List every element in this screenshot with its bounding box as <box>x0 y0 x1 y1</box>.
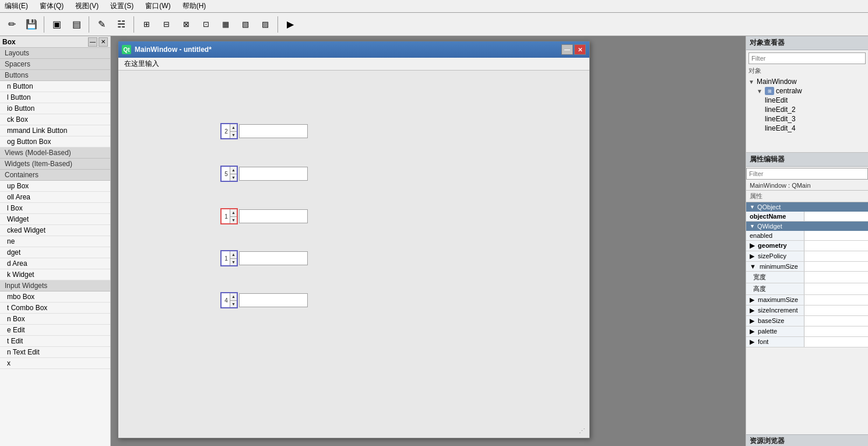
menu-item-form[interactable]: 窗体(Q) <box>37 0 66 12</box>
prop-expand-maximumsize[interactable]: ▶ <box>750 296 754 303</box>
spinbox-4-down[interactable]: ▼ <box>230 259 237 266</box>
tree-item-centralw[interactable]: ▼ ⊞ centralw <box>748 86 866 96</box>
prop-expand-minimumsize[interactable]: ▼ <box>750 263 756 270</box>
category-input-widgets[interactable]: Input Widgets <box>0 280 110 292</box>
widget-button-2[interactable]: ▤ <box>67 15 86 34</box>
spinbox-2-down[interactable]: ▼ <box>230 174 237 181</box>
spinbox-5-down[interactable]: ▼ <box>230 301 237 308</box>
prop-value-minimumsize[interactable] <box>804 262 868 271</box>
prop-value-font[interactable] <box>804 337 868 347</box>
lineedit-5[interactable] <box>239 293 308 307</box>
widget-item-line-edit-n[interactable]: n Box <box>0 314 110 325</box>
prop-value-enabled[interactable] <box>804 231 868 240</box>
window-minimize-button[interactable]: — <box>561 44 573 55</box>
category-buttons[interactable]: Buttons <box>0 70 110 81</box>
widget-item-command-link[interactable]: mmand Link Button <box>0 125 110 136</box>
spinbox-1[interactable]: 2 ▲ ▼ <box>220 123 238 139</box>
widget-item-stacked-widget[interactable]: cked Widget <box>0 225 110 236</box>
widget-item-text-edit[interactable]: t Edit <box>0 336 110 347</box>
prop-value-width[interactable] <box>804 272 868 283</box>
widget-item-dialog-button[interactable]: og Button Box <box>0 136 110 148</box>
prop-value-sizepolicy[interactable] <box>804 251 868 261</box>
prop-group-qobject[interactable]: ▼ QObject <box>746 202 868 212</box>
widget-item-line-edit[interactable]: e Edit <box>0 325 110 336</box>
spinbox-5-up[interactable]: ▲ <box>230 293 237 301</box>
prop-value-basesize[interactable] <box>804 316 868 326</box>
lineedit-1[interactable] <box>239 124 308 138</box>
prop-value-height[interactable] <box>804 283 868 294</box>
save-button[interactable]: 💾 <box>22 15 41 34</box>
tree-item-lineedit-2[interactable]: lineEdit_2 <box>748 105 866 114</box>
widget-item-tool-button[interactable]: l Button <box>0 92 110 103</box>
tree-item-mainwindow[interactable]: ▼ MainWindow <box>748 77 866 86</box>
prop-expand-font[interactable]: ▶ <box>750 338 754 345</box>
prop-expand-sizepolicy[interactable]: ▶ <box>750 252 754 259</box>
category-widgets-item[interactable]: Widgets (Item-Based) <box>0 159 110 170</box>
prop-expand-sizeincrement[interactable]: ▶ <box>750 307 754 314</box>
category-views-model[interactable]: Views (Model-Based) <box>0 148 110 159</box>
spinbox-1-up[interactable]: ▲ <box>230 124 237 132</box>
prop-value-objectname[interactable] <box>804 212 868 221</box>
left-panel-minimize[interactable]: — <box>88 37 97 47</box>
resize-handle[interactable]: ⋰ <box>579 427 586 434</box>
tree-item-lineedit-4[interactable]: lineEdit_4 <box>748 124 866 133</box>
edit-mode-button[interactable]: ✎ <box>92 15 111 34</box>
prop-expand-basesize[interactable]: ▶ <box>750 317 754 324</box>
widget-item-plain-text-edit[interactable]: n Text Edit <box>0 347 110 358</box>
new-button[interactable]: ✏ <box>2 15 21 34</box>
menu-item-edit[interactable]: 编辑(E) <box>2 0 30 12</box>
layout-h-button[interactable]: ⊞ <box>137 15 156 34</box>
buddies-button[interactable]: ☵ <box>112 15 131 34</box>
widget-item-combobox[interactable]: mbo Box <box>0 292 110 303</box>
category-spacers[interactable]: Spacers <box>0 59 110 70</box>
layout-break-button[interactable]: ▦ <box>216 15 235 34</box>
menu-item-help[interactable]: 帮助(H) <box>180 0 209 12</box>
spinbox-3-up[interactable]: ▲ <box>230 209 237 217</box>
spinbox-2[interactable]: 5 ▲ ▼ <box>220 166 238 182</box>
spinbox-3[interactable]: 1 ▲ ▼ <box>220 208 238 224</box>
widget-item-frame[interactable]: ne <box>0 236 110 247</box>
tree-item-lineedit[interactable]: lineEdit <box>748 96 866 105</box>
widget-item-widget[interactable]: Widget <box>0 214 110 225</box>
widget-item-push-button[interactable]: n Button <box>0 81 110 92</box>
menu-item-window[interactable]: 窗口(W) <box>143 0 173 12</box>
prop-expand-geometry[interactable]: ▶ <box>750 242 754 249</box>
prop-value-geometry[interactable] <box>804 241 868 251</box>
tree-item-lineedit-3[interactable]: lineEdit_3 <box>748 114 866 124</box>
category-layouts[interactable]: Layouts <box>0 48 110 59</box>
widget-item-font-combobox[interactable]: t Combo Box <box>0 303 110 314</box>
preview-button[interactable]: ▶ <box>281 15 300 34</box>
object-filter-input[interactable] <box>748 52 866 64</box>
layout-v-button[interactable]: ⊟ <box>157 15 175 34</box>
spinbox-4[interactable]: 1 ▲ ▼ <box>220 250 238 266</box>
widget-item-group-box[interactable]: up Box <box>0 181 110 192</box>
prop-value-maximumsize[interactable] <box>804 295 868 305</box>
prop-value-sizeincrement[interactable] <box>804 305 868 315</box>
widget-item-scroll-area[interactable]: oll Area <box>0 192 110 203</box>
menu-item-view[interactable]: 视图(V) <box>73 0 101 12</box>
widget-item-radio-button[interactable]: io Button <box>0 103 110 114</box>
spinbox-4-up[interactable]: ▲ <box>230 251 237 259</box>
widget-item-dock-widget-2[interactable]: k Widget <box>0 269 110 280</box>
prop-value-palette[interactable] <box>804 326 868 336</box>
widget-item-spinbox[interactable]: x <box>0 358 110 369</box>
layout-form-button[interactable]: ⊡ <box>196 15 215 34</box>
spinbox-5[interactable]: 4 ▲ ▼ <box>220 292 238 308</box>
window-close-button[interactable]: ✕ <box>574 44 586 55</box>
prop-group-qwidget[interactable]: ▼ QWidget <box>746 222 868 231</box>
lineedit-4[interactable] <box>239 251 308 265</box>
widget-item-tool-box[interactable]: l Box <box>0 203 110 214</box>
spinbox-1-down[interactable]: ▼ <box>230 132 237 139</box>
property-filter-input[interactable] <box>746 168 868 180</box>
left-panel-close[interactable]: ✕ <box>99 37 108 47</box>
layout-grid-button[interactable]: ⊠ <box>177 15 195 34</box>
lineedit-3[interactable] <box>239 209 308 223</box>
lineedit-2[interactable] <box>239 167 308 181</box>
designer-canvas[interactable]: 2 ▲ ▼ 5 <box>118 71 589 438</box>
category-containers[interactable]: Containers <box>0 170 110 181</box>
widget-item-dock-widget[interactable]: dget <box>0 247 110 258</box>
menu-item-settings[interactable]: 设置(S) <box>108 0 136 12</box>
layout-splitter-h-button[interactable]: ▧ <box>236 15 255 34</box>
widget-item-checkbox[interactable]: ck Box <box>0 114 110 125</box>
spinbox-2-up[interactable]: ▲ <box>230 167 237 174</box>
